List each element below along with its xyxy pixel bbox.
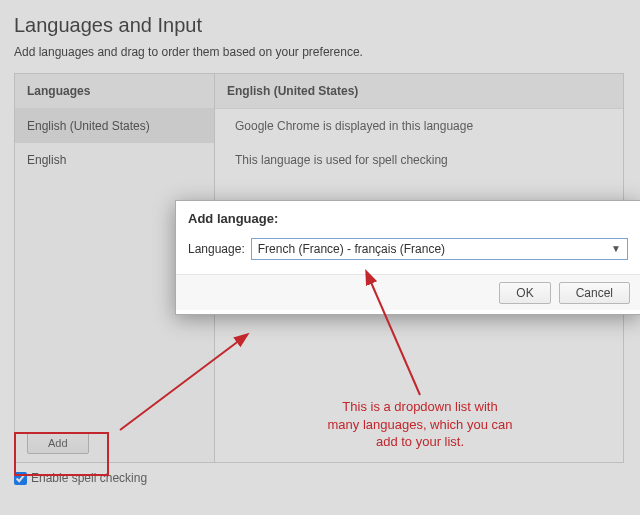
dialog-footer: OK Cancel xyxy=(176,274,640,310)
ok-button[interactable]: OK xyxy=(499,282,550,304)
cancel-button[interactable]: Cancel xyxy=(559,282,630,304)
language-select-value: French (France) - français (France) xyxy=(258,242,445,256)
language-select[interactable]: French (France) - français (France) ▼ xyxy=(251,238,628,260)
annotation-text: This is a dropdown list with many langua… xyxy=(315,398,525,451)
annotation-line: many languages, which you can xyxy=(315,416,525,434)
language-field-label: Language: xyxy=(188,242,245,256)
dialog-body: Language: French (France) - français (Fr… xyxy=(176,238,640,274)
chevron-down-icon: ▼ xyxy=(611,243,621,254)
annotation-line: add to your list. xyxy=(315,433,525,451)
annotation-line: This is a dropdown list with xyxy=(315,398,525,416)
add-language-dialog: Add language: Language: French (France) … xyxy=(175,200,640,315)
dialog-title: Add language: xyxy=(176,201,640,238)
